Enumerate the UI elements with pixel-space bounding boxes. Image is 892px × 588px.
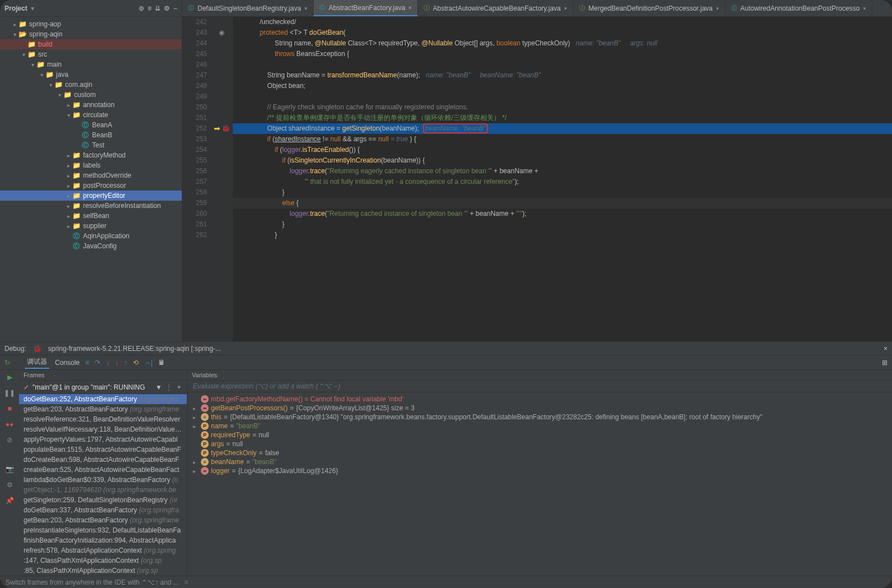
tree-class-BeanB[interactable]: ⒸBeanB <box>0 130 182 140</box>
stop-icon[interactable]: ■ <box>4 404 15 414</box>
close-tab-icon[interactable]: × <box>408 5 411 11</box>
stack-frame[interactable]: populateBean:1515, AbstractAutowireCapab… <box>19 445 187 455</box>
variable-row[interactable]: ▸Pname = "beanB" <box>191 422 889 430</box>
editor-tab[interactable]: ⒸDefaultSingletonBeanRegistry.java× <box>182 0 314 16</box>
editor-tab[interactable]: ⒸAutowiredAnnotationBeanPostProcesso× <box>725 0 872 16</box>
tree-folder-methodOverride[interactable]: ▸📁methodOverride <box>0 170 182 180</box>
tree-folder-custom[interactable]: ▾📁custom <box>0 90 182 100</box>
tree-class-AqinApplication[interactable]: ⒸAqinApplication <box>0 231 182 241</box>
tree-folder-resolveBeforeInstantiation[interactable]: ▸📁resolveBeforeInstantiation <box>0 201 182 211</box>
stack-frame[interactable]: createBean:525, AbstractAutowireCapableB… <box>19 465 187 475</box>
run-to-cursor-icon[interactable]: →| <box>144 359 153 367</box>
variable-row[interactable]: Pargs = null <box>191 439 889 448</box>
target-icon[interactable]: ⊚ <box>139 4 144 12</box>
tree-folder-propertyEditor[interactable]: ▸📁propertyEditor <box>0 191 182 201</box>
pause-icon[interactable]: ❚❚ <box>4 388 15 398</box>
layout-icon[interactable]: ⊞ <box>882 359 888 367</box>
settings-debug-icon[interactable]: ⚙ <box>4 480 15 490</box>
code-content[interactable]: /unchecked/ protected <T> T doGetBean( S… <box>233 17 892 341</box>
stack-frame[interactable]: getBean:203, AbstractBeanFactory (org.sp… <box>19 515 187 525</box>
expand-icon[interactable]: ≡ <box>148 4 151 12</box>
tree-folder-factoryMethod[interactable]: ▸📁factoryMethod <box>0 150 182 160</box>
add-watch-icon[interactable]: ＋ <box>176 382 182 392</box>
close-tab-icon[interactable]: × <box>305 6 307 11</box>
close-debug-tab-icon[interactable]: × <box>884 345 888 353</box>
status-close-icon[interactable]: ✕ <box>183 578 189 586</box>
resume-icon[interactable]: ▶ <box>4 372 15 382</box>
debugger-tab[interactable]: 调试器 <box>25 356 49 369</box>
tree-folder-selfBean[interactable]: ▸📁selfBean <box>0 211 182 221</box>
step-over-icon[interactable]: ↷ <box>95 359 100 367</box>
force-step-into-icon[interactable]: ↓ <box>115 359 118 367</box>
line-gutter[interactable]: 2422432442452462472482492502512522532542… <box>182 17 210 341</box>
mute-bp-icon[interactable]: ⊘ <box>4 435 15 445</box>
marker-column[interactable]: ◉➡ 🐞 <box>210 17 233 341</box>
variable-row[interactable]: PrequiredType = null <box>191 430 889 439</box>
tree-class-Test[interactable]: ⒸTest <box>0 140 182 150</box>
evaluate-icon[interactable]: 🖩 <box>158 359 165 367</box>
stack-frame[interactable]: finishBeanFactoryInitialization:994, Abs… <box>19 535 187 545</box>
variable-row[interactable]: ▸≡this = {DefaultListableBeanFactory@134… <box>191 413 889 422</box>
variable-row[interactable]: PtypeCheckOnly = false <box>191 448 889 457</box>
debug-config[interactable]: spring-framework-5.2.21.RELEASE:spring-a… <box>48 345 221 353</box>
close-tab-icon[interactable]: × <box>564 6 567 11</box>
stack-frame[interactable]: doGetBean:252, AbstractBeanFactory (org.… <box>19 394 187 404</box>
editor-tab[interactable]: ⒾAbstractAutowireCapableBeanFactory.java… <box>418 0 573 16</box>
tree-folder-postProcessor[interactable]: ▸📁postProcessor <box>0 180 182 191</box>
tree-folder-com.aqin[interactable]: ▾📁com.aqin <box>0 80 182 90</box>
hide-icon[interactable]: − <box>173 4 177 12</box>
breakpoints-icon[interactable]: ●● <box>4 419 15 429</box>
variable-row[interactable]: ▸≡beanName = "beanB" <box>191 457 889 466</box>
console-tab[interactable]: Console <box>55 359 80 367</box>
editor-tab[interactable]: ⒸAbstractBeanFactory.java× <box>314 0 418 16</box>
tree-folder-java[interactable]: ▾📁java <box>0 70 182 80</box>
implements-icon[interactable]: ◉ <box>219 27 224 38</box>
frames-thread-header[interactable]: ✓ "main"@1 in group "main": RUNNING ▼ ⋮ … <box>19 381 187 394</box>
tree-folder-supplier[interactable]: ▸📁supplier <box>0 221 182 231</box>
stack-frame[interactable]: resolveValueIfNecessary:118, BeanDefinit… <box>19 424 187 434</box>
tree-folder-build[interactable]: 📁build <box>0 39 182 49</box>
collapse-icon[interactable]: ⇊ <box>155 4 160 12</box>
variables-list[interactable]: ∞mbd.getFactoryMethodName() = Cannot fin… <box>187 392 892 576</box>
drop-frame-icon[interactable]: ⟲ <box>133 359 139 367</box>
tree-folder-src[interactable]: ▾📁src <box>0 49 182 59</box>
stack-frame[interactable]: getObject:-1, 1169794610 (org.springfram… <box>19 485 187 495</box>
stack-frame[interactable]: doGetBean:337, AbstractBeanFactory (org.… <box>19 505 187 515</box>
tree-folder-spring-aqin[interactable]: ▾📂spring-aqin <box>0 29 182 39</box>
stack-frame[interactable]: resolveReference:321, BeanDefinitionValu… <box>19 414 187 424</box>
close-tab-icon[interactable]: × <box>716 6 719 11</box>
tree-folder-spring-aop[interactable]: ▸📁spring-aop <box>0 19 182 29</box>
stack-frame[interactable]: getBean:203, AbstractBeanFactory (org.sp… <box>19 404 187 414</box>
project-tree[interactable]: ▸📁spring-aop▾📂spring-aqin📁build▾📁src▾📁ma… <box>0 17 182 341</box>
evaluate-expression-input[interactable]: Evaluate expression (⌥) or add a watch (… <box>187 381 892 392</box>
stack-frame[interactable]: getSingleton:259, DefaultSingletonBeanRe… <box>19 495 187 505</box>
close-tab-icon[interactable]: × <box>863 6 866 11</box>
breakpoint-icon[interactable]: 🐞 <box>222 123 230 134</box>
variable-row[interactable]: ▸∞logger = {LogAdapter$JavaUtilLog@1426} <box>191 466 889 475</box>
tree-class-BeanA[interactable]: ⒸBeanA <box>0 120 182 130</box>
step-into-icon[interactable]: ↓ <box>106 359 109 367</box>
rerun-icon[interactable]: ↻ <box>4 359 10 367</box>
tree-class-JavaConfig[interactable]: ⒸJavaConfig <box>0 241 182 251</box>
settings-icon[interactable]: ⚙ <box>164 4 170 12</box>
stack-frame[interactable]: :85, ClassPathXmlApplicationContext (org… <box>19 566 187 576</box>
editor-tab[interactable]: ⒾMergedBeanDefinitionPostProcessor.java× <box>573 0 725 16</box>
tree-folder-circulate[interactable]: ▾📁circulate <box>0 110 182 120</box>
stack-frame[interactable]: doCreateBean:598, AbstractAutowireCapabl… <box>19 455 187 465</box>
camera-icon[interactable]: 📷 <box>4 464 15 474</box>
stack-frame[interactable]: lambda$doGetBean$0:339, AbstractBeanFact… <box>19 475 187 485</box>
tree-folder-labels[interactable]: ▸📁labels <box>0 160 182 170</box>
tree-folder-main[interactable]: ▾📁main <box>0 59 182 70</box>
variable-row[interactable]: ∞mbd.getFactoryMethodName() = Cannot fin… <box>191 395 889 404</box>
frames-list[interactable]: doGetBean:252, AbstractBeanFactory (org.… <box>19 394 187 576</box>
stack-frame[interactable]: applyPropertyValues:1797, AbstractAutowi… <box>19 434 187 445</box>
stack-frame[interactable]: refresh:578, AbstractApplicationContext … <box>19 545 187 555</box>
pin-icon[interactable]: 📌 <box>4 496 15 506</box>
stack-frame[interactable]: preInstantiateSingletons:932, DefaultLis… <box>19 525 187 535</box>
editor-body[interactable]: 2422432442452462472482492502512522532542… <box>182 17 892 341</box>
stack-frame[interactable]: :147, ClassPathXmlApplicationContext (or… <box>19 555 187 566</box>
tree-folder-annotation[interactable]: ▸📁annotation <box>0 100 182 110</box>
variable-row[interactable]: ▸∞getBeanPostProcessors() = {CopyOnWrite… <box>191 404 889 413</box>
step-out-icon[interactable]: ↑ <box>124 359 127 367</box>
filter-icon[interactable]: ▼ <box>155 383 162 391</box>
